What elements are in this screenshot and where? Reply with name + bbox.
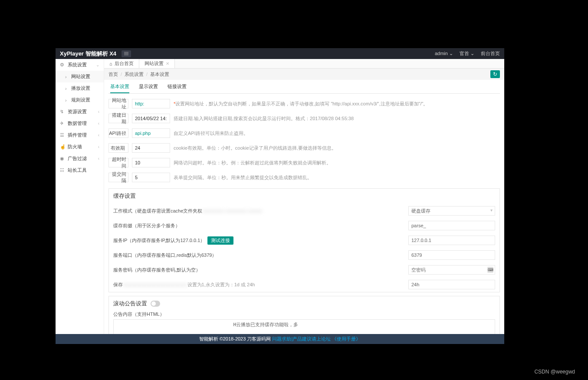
inner-tab-basic[interactable]: 基本设置 [110,83,129,93]
url-help: *设置网站地址，默认为空自动判断，如果显示不正确，请手动修改,如填写 "http… [174,101,500,107]
header-bar: XyPlayer 智能解析 X4 admin ⌄ 官首 ⌄ 前台首页 [56,48,504,59]
tools-icon: ☷ [60,167,65,173]
sidebar-item-data[interactable]: ✈数据管理‹ [56,118,104,129]
breadcrumb: 首页 / 系统设置 / 基本设置 ↻ [104,69,504,80]
cache-keep-input[interactable] [408,280,495,289]
interval-label: 提交间隔 [108,173,128,182]
home-icon: ⌂ [109,61,112,66]
zone-menu[interactable]: 官首 ⌄ [460,50,474,57]
api-input[interactable] [132,128,170,138]
chevron-right-icon: › [65,74,67,79]
test-connect-button[interactable]: 测试连接 [207,236,233,245]
expire-input[interactable] [132,143,170,153]
sidebar-toggle[interactable] [122,50,131,57]
inner-tab-display[interactable]: 显示设置 [139,83,158,93]
cache-mode-select[interactable]: 硬盘缓存 [408,206,495,216]
expire-label: 有效期 [108,143,128,153]
inner-tabs: 基本设置 显示设置 链接设置 [108,80,500,94]
date-help: 搭建日期.输入网站搭建日期,搜索页会以此显示运行时间。格式：2017/08/28… [174,115,500,122]
inner-tab-link[interactable]: 链接设置 [168,83,187,93]
sidebar-item-firewall[interactable]: ☝防火墙‹ [56,141,104,153]
announce-section: 滚动公告设置 公告内容（支持HTML） H云播放已支持缓存功能啦，多 [108,296,500,334]
rss-icon: ↯ [60,109,65,115]
settings-page: 基本设置 显示设置 链接设置 网站地址 *设置网站地址，默认为空自动判断，如果显… [104,80,504,334]
database-icon: ✈ [60,121,65,126]
tab-home[interactable]: ⌂后台首页 [104,59,139,68]
sidebar-item-play[interactable]: ›播放设置 [56,82,104,94]
breadcrumb-system[interactable]: 系统设置 [125,71,144,78]
announce-content-label: 公告内容（支持HTML） [109,311,499,319]
cache-title: 缓存设置 [109,189,499,203]
close-icon[interactable]: ✕ [166,61,169,66]
chevron-left-icon: ‹ [98,133,99,138]
chevron-left-icon: ‹ [98,121,99,126]
timeout-help: 网络访问超时。单位：秒。例：云解析超过此值将判断失败就会调用解析。 [174,160,500,166]
sidebar: ⚙系统设置⌄ ›网站设置 ›播放设置 ›规则设置 ↯资源设置‹ ✈数据管理‹ ☰… [56,59,104,334]
cache-prefix-input[interactable] [408,221,495,230]
footer-copyright: 智能解析 ©2018-2023 刀客源码网 [199,336,273,341]
timeout-label: 超时时间 [108,158,128,167]
cache-ip-input[interactable] [408,236,495,245]
sidebar-item-resource[interactable]: ↯资源设置‹ [56,106,104,118]
api-help: 自定义API路径可以用来防止盗用。 [174,130,500,137]
app-logo: XyPlayer 智能解析 X4 [60,50,116,58]
cache-password-label: 服务密码（内存缓存服务密码,默认为空） [113,267,405,273]
cache-prefix-label: 缓存前缀（用于区分多个服务） [113,223,405,229]
sidebar-item-tools[interactable]: ☷站长工具 [56,164,104,176]
chevron-left-icon: ‹ [98,156,99,161]
sidebar-item-site[interactable]: ›网站设置 [56,71,104,82]
content-area: ⌂后台首页 网站设置✕ 首页 / 系统设置 / 基本设置 ↻ 基本设置 显示设置… [104,59,504,334]
plugin-icon: ☰ [60,132,65,138]
footer-links[interactable]: 问题求助|产品建议请上论坛 《使用手册》 [272,336,361,341]
chevron-left-icon: ‹ [98,109,99,114]
date-label: 搭建日期 [108,114,128,123]
cache-section: 缓存设置 工作模式（硬盘缓存需设置cache文件夹权xxxxxxxxx xxxx… [108,188,500,292]
footer: 智能解析 ©2018-2023 刀客源码网 问题求助|产品建议请上论坛 《使用手… [56,334,504,344]
api-label: API路径 [108,128,128,138]
interval-input[interactable] [132,173,170,182]
announce-textarea[interactable]: H云播放已支持缓存功能啦，多 [113,319,495,334]
cache-mode-label: 工作模式（硬盘缓存需设置cache文件夹权xxxxxxxxx xxxxxxxxx… [113,208,405,214]
sidebar-item-plugin[interactable]: ☰插件管理‹ [56,129,104,141]
chevron-left-icon: ‹ [98,144,99,149]
ad-icon: ◉ [60,156,65,161]
sidebar-item-ads[interactable]: ◉广告过滤‹ [56,153,104,164]
app-frame: XyPlayer 智能解析 X4 admin ⌄ 官首 ⌄ 前台首页 ⚙系统设置… [56,48,504,344]
sidebar-item-system[interactable]: ⚙系统设置⌄ [56,59,104,71]
tab-site-settings[interactable]: 网站设置✕ [139,59,175,68]
frontend-link[interactable]: 前台首页 [481,50,500,57]
chevron-right-icon: › [65,98,67,103]
breadcrumb-basic: 基本设置 [150,71,169,78]
url-input[interactable] [132,99,170,108]
timeout-input[interactable] [132,158,170,167]
announce-switch[interactable] [151,301,160,307]
cache-keep-label: 保存xxxxxxxxxxxxxxxxxxxxxxxxxxx设置为1,永久设置为：… [113,282,405,288]
refresh-icon: ↻ [493,71,497,77]
cache-ip-label: 服务IP（内存缓存服务IP,默认为127.0.0.1）测试连接 [113,236,405,245]
shield-icon: ☝ [60,144,65,150]
breadcrumb-home[interactable]: 首页 [108,71,118,78]
keyboard-icon[interactable]: ⌨ [487,267,493,273]
watermark: CSDN @weegwd [534,369,575,375]
chevron-down-icon: ⌄ [96,62,99,67]
cache-password-input[interactable] [408,265,495,275]
page-tabs: ⌂后台首页 网站设置✕ [104,59,504,69]
chevron-down-icon: ⌄ [449,51,453,56]
sidebar-item-rule[interactable]: ›规则设置 [56,94,104,106]
chevron-right-icon: › [65,86,67,91]
date-input[interactable] [132,114,170,123]
cache-port-label: 服务端口（内存缓存服务端口,redis默认为6379） [113,252,405,259]
gear-icon: ⚙ [60,62,65,68]
user-menu[interactable]: admin ⌄ [435,51,453,56]
url-label: 网站地址 [108,99,128,108]
cache-port-input[interactable] [408,250,495,260]
chevron-down-icon: ⌄ [470,51,474,56]
refresh-button[interactable]: ↻ [490,70,500,78]
announce-title: 滚动公告设置 [109,296,499,311]
expire-help: cookie有效期。单位：小时。cookie记录了用户的线路选择,要做选择等信息… [174,145,500,151]
interval-help: 表单提交间隔。单位：秒。用来禁止频繁提交以免造成数据错乱。 [174,174,500,181]
